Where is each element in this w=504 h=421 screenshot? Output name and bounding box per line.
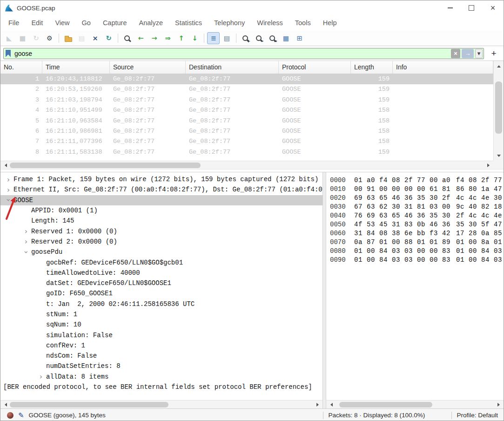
detail-line[interactable]: [BER encoded protocol, to see BER intern… bbox=[0, 382, 323, 392]
menu-item[interactable]: Capture bbox=[97, 15, 133, 31]
detail-line[interactable]: numDatSetEntries: 8 bbox=[0, 361, 323, 371]
expander-icon[interactable] bbox=[3, 185, 13, 194]
detail-line[interactable]: allData: 8 items bbox=[0, 372, 323, 382]
scroll-track[interactable] bbox=[9, 401, 314, 408]
packet-row[interactable]: 7 16:21:11,077396 Ge_08:2f:77 Ge_08:2f:7… bbox=[0, 136, 493, 147]
colorize-icon[interactable]: ▤ bbox=[221, 32, 233, 44]
packet-row[interactable]: 4 16:21:10,951499 Ge_08:2f:77 Ge_08:2f:7… bbox=[0, 105, 493, 115]
hex-row[interactable]: 00504f 53 45 31 83 0b 46 3635 30 5f 47 bbox=[330, 220, 504, 229]
menu-item[interactable]: Analyze bbox=[133, 15, 169, 31]
hex-bytes-right[interactable]: 01 00 84 03 bbox=[456, 247, 502, 255]
hex-bytes-left[interactable]: 00 91 00 00 00 00 61 81 bbox=[354, 185, 450, 193]
menu-item[interactable]: Help bbox=[317, 15, 343, 31]
column-header-length[interactable]: Length bbox=[351, 61, 393, 74]
hex-bytes-right[interactable]: 01 00 8a 01 bbox=[456, 238, 502, 246]
column-header-destination[interactable]: Destination bbox=[186, 61, 279, 74]
resize-columns-icon[interactable]: ▦ bbox=[280, 32, 292, 44]
packet-row[interactable]: 3 16:21:03,198794 Ge_08:2f:77 Ge_08:2f:7… bbox=[0, 95, 493, 105]
scroll-thumb[interactable] bbox=[339, 402, 432, 407]
detail-line[interactable]: Length: 145 bbox=[0, 216, 323, 226]
detail-line[interactable]: Reserved 2: 0x0000 (0) bbox=[0, 237, 323, 247]
filter-dropdown-icon[interactable]: ▾ bbox=[475, 49, 483, 58]
scroll-right-icon[interactable] bbox=[495, 401, 504, 408]
hex-bytes-left[interactable]: 67 63 62 30 31 81 03 00 bbox=[354, 203, 450, 210]
menu-item[interactable]: Statistics bbox=[169, 15, 208, 31]
hex-row[interactable]: 009001 00 84 03 03 00 00 8301 00 84 03 bbox=[330, 255, 504, 264]
auto-scroll-icon[interactable]: ≡ bbox=[207, 32, 220, 44]
hex-bytes-right[interactable]: 01 00 84 03 bbox=[456, 256, 502, 264]
detail-line[interactable]: confRev: 1 bbox=[0, 340, 323, 351]
column-header-source[interactable]: Source bbox=[110, 61, 186, 74]
scroll-track[interactable] bbox=[494, 69, 504, 152]
expander-icon[interactable] bbox=[21, 237, 31, 246]
menu-item[interactable]: Telephony bbox=[208, 15, 251, 31]
go-forward-icon[interactable]: → bbox=[148, 32, 161, 44]
scroll-track[interactable] bbox=[335, 401, 495, 408]
filter-add-button[interactable]: + bbox=[488, 48, 500, 59]
scroll-left-icon[interactable] bbox=[326, 401, 335, 408]
expert-info-icon[interactable] bbox=[7, 412, 13, 419]
column-header-time[interactable]: Time bbox=[42, 61, 110, 74]
menu-item[interactable]: Edit bbox=[25, 15, 49, 31]
detail-line[interactable]: gocbRef: GEDeviceF650/LLN0$GO$gcb01 bbox=[0, 257, 323, 267]
hex-bytes-right[interactable]: f4 08 2f 77 bbox=[456, 177, 502, 184]
detail-line[interactable]: simulation: False bbox=[0, 330, 323, 340]
detail-line[interactable]: t: Jan 2, 2000 02:46:11.258165836 UTC bbox=[0, 299, 323, 309]
open-file-icon[interactable] bbox=[62, 32, 74, 44]
expander-icon[interactable] bbox=[3, 175, 13, 184]
details-hscrollbar[interactable] bbox=[0, 400, 323, 408]
column-header-no[interactable]: No. bbox=[0, 61, 42, 74]
go-first-packet-icon[interactable]: ↑ bbox=[175, 32, 188, 44]
filter-clear-icon[interactable]: × bbox=[451, 49, 460, 58]
scroll-thumb[interactable] bbox=[10, 402, 168, 407]
column-header-protocol[interactable]: Protocol bbox=[279, 61, 351, 74]
minimize-button[interactable] bbox=[439, 1, 461, 15]
zoom-original-icon[interactable]: = bbox=[266, 32, 279, 44]
detail-line[interactable]: Ethernet II, Src: Ge_08:2f:77 (00:a0:f4:… bbox=[0, 184, 323, 195]
scroll-left-icon[interactable] bbox=[0, 161, 9, 169]
hex-bytes-left[interactable]: 69 63 65 46 36 35 30 2f bbox=[354, 194, 450, 202]
close-file-icon[interactable]: × bbox=[89, 32, 101, 44]
filter-value[interactable]: goose bbox=[14, 50, 450, 57]
detail-line[interactable]: timeAllowedtoLive: 40000 bbox=[0, 268, 323, 278]
hex-bytes-right[interactable]: 2f 4c 4c 4e bbox=[456, 212, 502, 219]
scroll-up-icon[interactable] bbox=[494, 61, 504, 69]
hex-bytes-right[interactable]: 35 30 5f 47 bbox=[456, 221, 502, 228]
scroll-down-icon[interactable] bbox=[494, 152, 504, 161]
packet-row[interactable]: 2 16:20:53,159260 Ge_08:2f:77 Ge_08:2f:7… bbox=[0, 84, 493, 95]
go-back-icon[interactable]: ← bbox=[134, 32, 147, 44]
menu-item[interactable]: View bbox=[49, 15, 75, 31]
expander-icon[interactable] bbox=[21, 227, 31, 236]
hex-bytes-left[interactable]: 31 84 08 38 6e bb f3 42 bbox=[354, 230, 450, 237]
packet-list-vscrollbar[interactable] bbox=[493, 61, 504, 161]
scroll-thumb[interactable] bbox=[495, 81, 502, 134]
expander-icon[interactable] bbox=[3, 196, 13, 204]
status-profile[interactable]: Profile: Default bbox=[457, 412, 498, 419]
hex-row[interactable]: 004076 69 63 65 46 36 35 302f 4c 4c 4e bbox=[330, 211, 504, 220]
detail-line[interactable]: Frame 1: Packet, 159 bytes on wire (1272… bbox=[0, 174, 323, 184]
scroll-track[interactable] bbox=[9, 161, 485, 169]
hex-hscrollbar[interactable] bbox=[326, 400, 504, 408]
hex-row[interactable]: 00700a 87 01 00 88 01 01 8901 00 8a 01 bbox=[330, 238, 504, 246]
hex-bytes-right[interactable]: 17 28 0a 85 bbox=[456, 230, 502, 237]
scroll-thumb[interactable] bbox=[10, 163, 201, 168]
close-button[interactable] bbox=[482, 1, 504, 15]
capture-comment-icon[interactable] bbox=[18, 411, 24, 420]
hex-bytes-left[interactable]: 0a 87 01 00 88 01 01 89 bbox=[354, 238, 450, 246]
packet-row[interactable]: 5 16:21:10,963584 Ge_08:2f:77 Ge_08:2f:7… bbox=[0, 116, 493, 126]
detail-line[interactable]: APPID: 0x0001 (1) bbox=[0, 205, 323, 216]
hex-bytes-left[interactable]: 4f 53 45 31 83 0b 46 36 bbox=[354, 221, 450, 228]
zoom-in-icon[interactable]: + bbox=[239, 32, 252, 44]
go-last-packet-icon[interactable]: ↓ bbox=[188, 32, 201, 44]
scroll-right-icon[interactable] bbox=[485, 161, 493, 169]
save-file-icon[interactable]: ▤ bbox=[75, 32, 88, 44]
detail-line[interactable]: stNum: 1 bbox=[0, 309, 323, 319]
detail-line[interactable]: Reserved 1: 0x0000 (0) bbox=[0, 226, 323, 236]
hex-row[interactable]: 003067 63 62 30 31 81 03 009c 40 82 18 bbox=[330, 202, 504, 211]
go-to-packet-icon[interactable]: ⇒ bbox=[161, 32, 174, 44]
hex-row[interactable]: 006031 84 08 38 6e bb f3 4217 28 0a 85 bbox=[330, 229, 504, 238]
detail-line[interactable]: goID: F650_GOOSE1 bbox=[0, 288, 323, 299]
packet-row[interactable]: 8 16:21:11,583138 Ge_08:2f:77 Ge_08:2f:7… bbox=[0, 147, 493, 157]
display-filter-input[interactable]: goose × → ▾ bbox=[3, 48, 484, 59]
filter-apply-icon[interactable]: → bbox=[462, 49, 474, 58]
